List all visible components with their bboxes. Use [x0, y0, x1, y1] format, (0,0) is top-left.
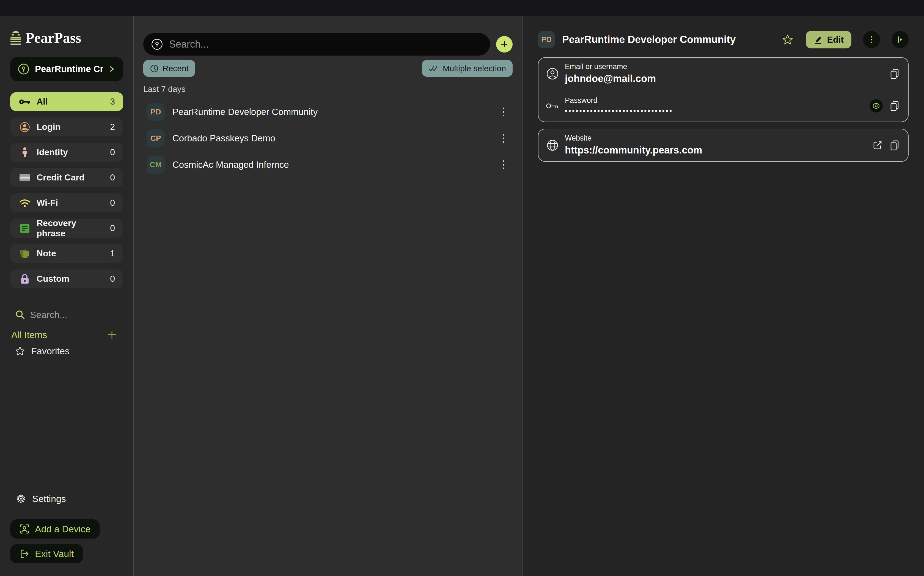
sidebar-bottom: Settings Add a Device: [10, 492, 123, 576]
entry-title: Corbado Passkeys Demo: [173, 133, 491, 144]
exit-vault-label: Exit Vault: [35, 549, 74, 559]
nav-count: 3: [110, 96, 115, 107]
category-nav: All 3 Login 2: [10, 92, 123, 288]
list-search-input[interactable]: Search...: [143, 33, 490, 56]
nav-item-note[interactable]: Note 1: [10, 244, 123, 263]
password-field-row: Password ••••••••••••••••••••••••••••••: [539, 90, 908, 122]
email-value: johndoe@mail.com: [565, 73, 889, 85]
email-field[interactable]: Email or username johndoe@mail.com: [565, 58, 889, 90]
app-logo: PearPass: [10, 30, 123, 46]
recent-filter-chip[interactable]: Recent: [143, 60, 195, 77]
email-field-row: Email or username johndoe@mail.com: [539, 58, 908, 90]
website-field[interactable]: Website https://community.pears.com: [565, 130, 872, 161]
nav-label: Recovery phrase: [37, 218, 104, 238]
website-label: Website: [565, 134, 872, 142]
vault-name: PearRuntime Cre...: [35, 64, 103, 74]
all-items-row: All Items: [10, 328, 123, 341]
keyhole-circle-icon: [151, 38, 163, 50]
recovery-phrase-icon: [19, 223, 30, 233]
nav-count: 1: [110, 248, 115, 259]
sidebar-divider: [10, 512, 123, 512]
favorite-star-button[interactable]: [780, 32, 795, 47]
list-item[interactable]: CP Corbado Passkeys Demo: [143, 125, 513, 152]
copy-icon: [889, 101, 900, 111]
star-icon: [15, 346, 25, 356]
lock-logo-icon: [10, 30, 21, 45]
multiple-selection-chip[interactable]: Multiple selection: [422, 60, 513, 77]
nav-item-login[interactable]: Login 2: [10, 117, 123, 136]
edit-button[interactable]: Edit: [806, 31, 851, 48]
reveal-password-button[interactable]: [870, 99, 883, 112]
date-group-label: Last 7 days: [143, 85, 513, 94]
nav-count: 0: [110, 274, 115, 284]
entry-menu-button[interactable]: [499, 131, 508, 146]
nav-count: 0: [110, 198, 115, 208]
credentials-group: Email or username johndoe@mail.com: [538, 57, 909, 122]
all-items-link[interactable]: All Items: [11, 330, 47, 340]
nav-item-all[interactable]: All 3: [10, 92, 123, 111]
external-link-icon: [872, 140, 883, 150]
add-item-icon[interactable]: [107, 330, 117, 340]
nav-label: Wi-Fi: [37, 198, 104, 208]
detail-panel: PD PearRuntime Developer Community Edit: [523, 16, 924, 576]
app-title: PearPass: [26, 30, 81, 46]
nav-item-identity[interactable]: Identity 0: [10, 143, 123, 162]
collapse-panel-button[interactable]: [892, 31, 909, 48]
copy-password-button[interactable]: [889, 101, 900, 111]
password-field[interactable]: Password ••••••••••••••••••••••••••••••: [565, 92, 870, 120]
exit-vault-button[interactable]: Exit Vault: [10, 544, 83, 563]
keyhole-circle-icon: [18, 63, 29, 75]
entry-list: PD PearRuntime Developer Community CP Co…: [143, 99, 513, 178]
list-item[interactable]: CM CosmicAc Managed Infernce: [143, 152, 513, 178]
entry-title: PearRuntime Developer Community: [173, 107, 491, 117]
lock-icon: [19, 274, 30, 284]
item-list-panel: Search... Recent: [134, 16, 523, 576]
multiple-selection-label: Multiple selection: [443, 64, 506, 73]
person-icon: [19, 147, 30, 158]
nav-item-credit-card[interactable]: Credit Card 0: [10, 168, 123, 187]
pencil-icon: [814, 35, 823, 45]
email-label: Email or username: [565, 62, 889, 71]
chevron-right-icon: [108, 65, 115, 73]
favorites-row[interactable]: Favorites: [10, 345, 123, 357]
add-entry-button[interactable]: [496, 36, 513, 53]
sidebar-search-placeholder: Search...: [30, 309, 67, 320]
add-device-icon: [19, 524, 29, 534]
list-item[interactable]: PD PearRuntime Developer Community: [143, 99, 513, 125]
entry-menu-button[interactable]: [499, 105, 508, 119]
key-icon: [19, 98, 30, 106]
nav-count: 0: [110, 223, 115, 233]
website-group: Website https://community.pears.com: [538, 129, 909, 162]
copy-website-button[interactable]: [889, 140, 900, 151]
entry-menu-button[interactable]: [499, 158, 508, 172]
detail-avatar: PD: [538, 31, 555, 48]
nav-label: All: [37, 96, 104, 107]
copy-email-button[interactable]: [889, 68, 900, 79]
settings-label: Settings: [32, 493, 66, 504]
more-options-button[interactable]: [863, 31, 880, 48]
eye-icon: [872, 102, 880, 110]
recent-chip-label: Recent: [163, 64, 189, 73]
nav-count: 0: [110, 173, 115, 182]
window-top-bar: [0, 0, 924, 16]
nav-item-custom[interactable]: Custom 0: [10, 269, 123, 288]
entry-avatar: CM: [147, 156, 165, 174]
add-device-button[interactable]: Add a Device: [10, 519, 100, 539]
nav-label: Note: [37, 248, 104, 259]
vault-selector-button[interactable]: PearRuntime Cre...: [10, 57, 123, 81]
nav-item-wifi[interactable]: Wi-Fi 0: [10, 194, 123, 212]
entry-title: CosmicAc Managed Infernce: [173, 160, 491, 170]
filter-chips-row: Recent Multiple selection: [143, 60, 513, 77]
open-website-button[interactable]: [872, 140, 883, 150]
search-icon: [15, 310, 25, 320]
nav-item-recovery-phrase[interactable]: Recovery phrase 0: [10, 219, 123, 238]
sidebar-search[interactable]: Search...: [10, 309, 123, 321]
plus-icon: [500, 40, 509, 49]
website-value: https://community.pears.com: [565, 144, 872, 156]
globe-icon: [545, 139, 560, 151]
list-search-row: Search...: [143, 33, 513, 56]
gear-icon: [16, 493, 26, 504]
settings-button[interactable]: Settings: [10, 492, 123, 505]
copy-icon: [889, 68, 900, 79]
kebab-menu-icon: [867, 35, 876, 44]
